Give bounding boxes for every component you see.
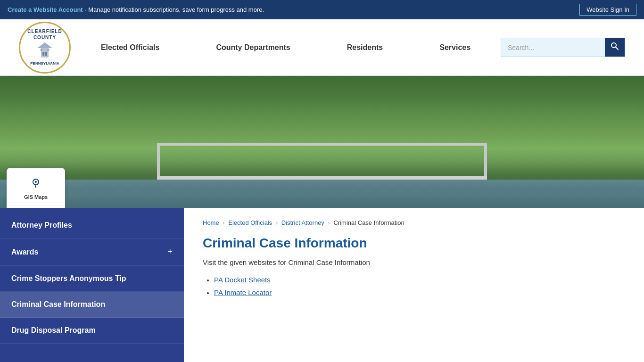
left-nav: Attorney Profiles Awards + Crime Stopper… xyxy=(0,208,184,362)
svg-rect-0 xyxy=(41,48,49,58)
header: CLEARFIELD COUNTY PENNSYLVANIA Elected O… xyxy=(0,19,644,76)
pa-docket-link[interactable]: PA Docket Sheets xyxy=(214,276,271,284)
left-nav-attorney-profiles-label: Attorney Profiles xyxy=(11,221,72,230)
svg-rect-4 xyxy=(40,49,42,51)
left-nav-drug-disposal-label: Drug Disposal Program xyxy=(11,326,96,335)
left-nav-awards[interactable]: Awards + xyxy=(0,239,184,266)
breadcrumb-home[interactable]: Home xyxy=(203,219,219,226)
left-nav-criminal-case-label: Criminal Case Information xyxy=(11,300,105,309)
links-list: PA Docket Sheets PA Inmate Locator xyxy=(203,276,625,296)
floating-sidebar: GIS Maps News Re xyxy=(7,168,65,208)
left-nav-awards-label: Awards xyxy=(11,248,39,256)
breadcrumb-sep-1: › xyxy=(223,219,224,226)
svg-rect-5 xyxy=(48,49,50,51)
search-box xyxy=(501,38,625,57)
nav-elected-officials[interactable]: Elected Officials xyxy=(73,39,188,57)
breadcrumb: Home › Elected Officials › District Atto… xyxy=(203,219,625,226)
sidebar-item-gis-maps[interactable]: GIS Maps xyxy=(7,168,65,206)
hero-bridge xyxy=(157,132,487,180)
svg-line-7 xyxy=(616,47,618,49)
top-bar-text: - Manage notification subscriptions, sav… xyxy=(84,6,264,13)
top-bar-message: Create a Website Account - Manage notifi… xyxy=(8,6,264,13)
gis-maps-label: GIS Maps xyxy=(24,194,48,200)
nav-county-departments[interactable]: County Departments xyxy=(188,39,318,57)
logo-title: CLEARFIELD COUNTY xyxy=(20,28,69,41)
svg-rect-2 xyxy=(42,52,44,56)
page-title: Criminal Case Information xyxy=(203,236,625,251)
left-nav-crime-stoppers[interactable]: Crime Stoppers Anonymous Tip xyxy=(0,266,184,292)
main-content: Home › Elected Officials › District Atto… xyxy=(184,208,644,362)
logo[interactable]: CLEARFIELD COUNTY PENNSYLVANIA xyxy=(19,22,71,74)
left-nav-criminal-case-info[interactable]: Criminal Case Information xyxy=(0,292,184,318)
logo-area: CLEARFIELD COUNTY PENNSYLVANIA xyxy=(19,22,71,74)
search-area xyxy=(501,38,625,57)
breadcrumb-current: Criminal Case Information xyxy=(333,219,404,226)
page-description: Visit the given websites for Criminal Ca… xyxy=(203,258,625,266)
main-nav: Elected Officials County Departments Res… xyxy=(71,39,501,57)
breadcrumb-sep-3: › xyxy=(328,219,330,226)
nav-services[interactable]: Services xyxy=(411,39,499,57)
breadcrumb-district-attorney[interactable]: District Attorney xyxy=(281,219,324,226)
logo-building-icon xyxy=(33,41,57,59)
list-item-pa-inmate: PA Inmate Locator xyxy=(214,288,625,296)
svg-rect-3 xyxy=(45,52,47,56)
content-wrapper: Attorney Profiles Awards + Crime Stopper… xyxy=(0,208,644,362)
pa-inmate-link[interactable]: PA Inmate Locator xyxy=(214,288,272,296)
breadcrumb-elected-officials[interactable]: Elected Officials xyxy=(228,219,272,226)
logo-sub: PENNSYLVANIA xyxy=(20,61,69,66)
left-nav-drug-disposal[interactable]: Drug Disposal Program xyxy=(0,318,184,344)
logo-inner: CLEARFIELD COUNTY PENNSYLVANIA xyxy=(20,28,69,66)
create-account-link[interactable]: Create a Website Account xyxy=(8,6,83,13)
sidebar-item-news[interactable]: News xyxy=(7,206,65,208)
hero-image: GIS Maps News Re xyxy=(0,76,644,208)
svg-point-9 xyxy=(35,181,37,183)
sign-in-button[interactable]: Website Sign In xyxy=(579,4,636,16)
hero-water xyxy=(0,180,644,208)
search-icon xyxy=(611,42,619,50)
top-bar: Create a Website Account - Manage notifi… xyxy=(0,0,644,19)
list-item-pa-docket: PA Docket Sheets xyxy=(214,276,625,284)
search-button[interactable] xyxy=(605,38,625,57)
awards-expand-icon[interactable]: + xyxy=(167,247,173,257)
gis-maps-icon xyxy=(26,173,45,192)
nav-residents[interactable]: Residents xyxy=(319,39,411,57)
left-nav-attorney-profiles[interactable]: Attorney Profiles xyxy=(0,213,184,239)
left-nav-crime-stoppers-label: Crime Stoppers Anonymous Tip xyxy=(11,274,126,283)
search-input[interactable] xyxy=(501,40,605,55)
breadcrumb-sep-2: › xyxy=(276,219,278,226)
svg-marker-1 xyxy=(37,42,52,48)
